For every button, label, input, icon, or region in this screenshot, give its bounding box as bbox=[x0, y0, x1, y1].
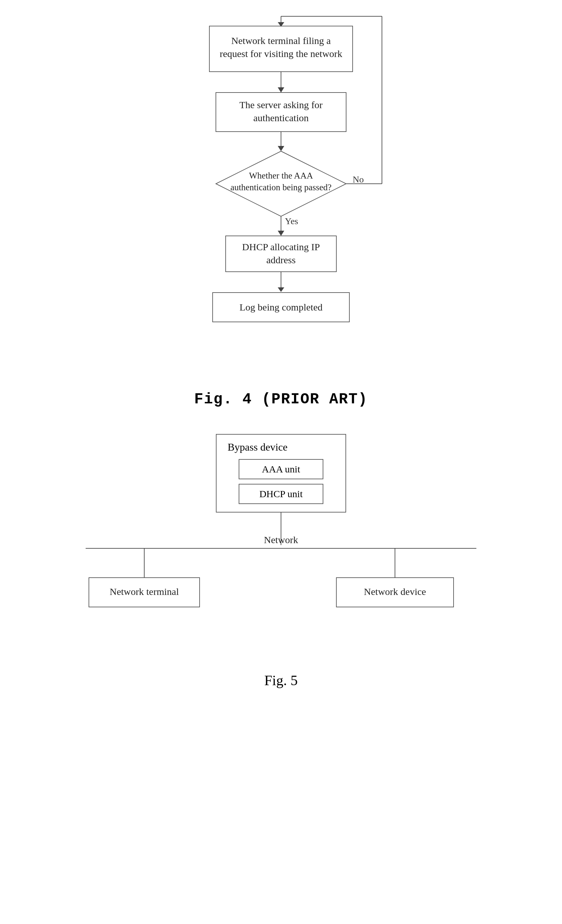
svg-text:Network terminal filing a: Network terminal filing a bbox=[231, 35, 331, 46]
svg-marker-9 bbox=[278, 146, 284, 151]
svg-rect-5 bbox=[216, 93, 346, 132]
svg-text:Whether the AAA: Whether the AAA bbox=[249, 171, 313, 180]
svg-text:request for visiting the netwo: request for visiting the network bbox=[220, 48, 342, 59]
aaa-unit-box: AAA unit bbox=[239, 459, 323, 479]
flowchart-area: Network terminal filing a request for vi… bbox=[135, 13, 427, 371]
svg-marker-4 bbox=[278, 87, 284, 93]
network-diagram: Network Network terminal Network device bbox=[53, 513, 509, 650]
fig5-section: Bypass device AAA unit DHCP unit Network… bbox=[0, 428, 562, 702]
svg-text:Network device: Network device bbox=[364, 586, 426, 597]
svg-text:authentication being passed?: authentication being passed? bbox=[230, 183, 332, 192]
bypass-device-box: Bypass device AAA unit DHCP unit bbox=[216, 434, 346, 513]
svg-marker-21 bbox=[278, 231, 284, 236]
svg-text:authentication: authentication bbox=[253, 112, 309, 123]
fig4-section: Network terminal filing a request for vi… bbox=[0, 0, 562, 428]
svg-text:Network terminal: Network terminal bbox=[110, 586, 179, 597]
fig5-caption: Fig. 5 bbox=[265, 672, 298, 689]
svg-text:The server asking for: The server asking for bbox=[239, 99, 323, 110]
dhcp-unit-box: DHCP unit bbox=[239, 484, 323, 504]
svg-text:address: address bbox=[266, 255, 296, 265]
bypass-device-label: Bypass device bbox=[227, 441, 287, 453]
svg-marker-26 bbox=[278, 287, 284, 292]
svg-text:Yes: Yes bbox=[285, 216, 298, 226]
svg-text:Log being completed: Log being completed bbox=[240, 302, 323, 312]
svg-text:DHCP allocating IP: DHCP allocating IP bbox=[242, 242, 320, 252]
svg-text:Network: Network bbox=[264, 534, 298, 545]
svg-text:No: No bbox=[353, 174, 364, 184]
fig4-caption: Fig. 4 (PRIOR ART) bbox=[194, 391, 368, 408]
